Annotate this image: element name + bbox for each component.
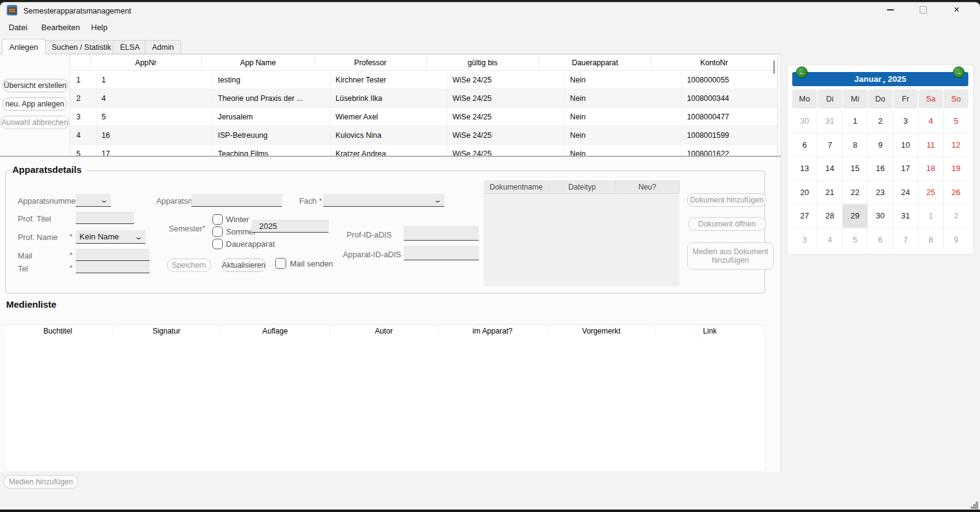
- uebersicht-erstellen-button[interactable]: Übersicht erstellen: [2, 79, 68, 92]
- column-header[interactable]: Signatur: [113, 325, 222, 337]
- tab-anlegen[interactable]: Anlegen: [2, 39, 46, 55]
- year-field[interactable]: 2025: [252, 220, 329, 233]
- column-header[interactable]: Dokumentname: [484, 180, 549, 193]
- column-header[interactable]: im Apparat?: [438, 325, 547, 337]
- calendar-month[interactable]: Januar: [854, 74, 882, 84]
- calendar-day[interactable]: 18: [918, 157, 943, 180]
- prof-name-combobox[interactable]: Kein Name ⌄: [76, 230, 145, 244]
- column-header[interactable]: gültig bis: [427, 55, 539, 70]
- apparatsnummer-combobox[interactable]: ⌄: [76, 194, 111, 207]
- calendar-day[interactable]: 21: [817, 181, 842, 204]
- winter-radio[interactable]: [212, 214, 223, 225]
- calendar-day[interactable]: 1: [843, 110, 867, 133]
- calendar-day[interactable]: 28: [817, 204, 842, 228]
- column-header[interactable]: Dauerapparat: [539, 55, 651, 70]
- horizontal-splitter[interactable]: [0, 156, 781, 158]
- calendar-day[interactable]: 8: [843, 134, 867, 157]
- calendar-day[interactable]: 10: [893, 134, 918, 157]
- calendar-day[interactable]: 1: [918, 204, 943, 228]
- calendar-day[interactable]: 29: [843, 204, 867, 228]
- tab-suchen-statistik[interactable]: Suchen / Statistik: [44, 40, 119, 54]
- mail-senden-radio[interactable]: [275, 258, 286, 269]
- calendar-day[interactable]: 31: [817, 110, 842, 133]
- calendar-day[interactable]: 30: [792, 110, 817, 133]
- calendar-day[interactable]: 9: [868, 134, 893, 157]
- column-header[interactable]: Dateityp: [549, 180, 616, 193]
- dokument-hinzufuegen-button[interactable]: Dokument hinzufügen: [687, 193, 766, 207]
- table-row[interactable]: 35JerusalemWiemer AxelWiSe 24/25Nein1008…: [70, 108, 777, 126]
- resize-grip[interactable]: [970, 501, 971, 502]
- table-row[interactable]: 24Theorie und Praxis der ...Lüsebrink Il…: [70, 89, 777, 108]
- column-header[interactable]: App Name: [202, 55, 315, 70]
- calendar-day[interactable]: 3: [893, 110, 918, 133]
- calendar-day[interactable]: 30: [868, 204, 893, 228]
- calendar-day[interactable]: 9: [944, 228, 968, 252]
- speichern-button[interactable]: Speichern: [167, 258, 211, 272]
- calendar-day[interactable]: 19: [944, 157, 968, 180]
- prev-month-button[interactable]: ←: [796, 66, 808, 78]
- calendar-day[interactable]: 20: [792, 181, 817, 204]
- calendar-day[interactable]: 31: [893, 204, 918, 228]
- prof-id-adis-field[interactable]: [404, 226, 479, 241]
- medien-aus-dokument-button[interactable]: Medien aus Dokument hinzufügen: [687, 242, 774, 270]
- tab-elsa[interactable]: ELSA: [113, 40, 147, 54]
- dauerapparat-radio[interactable]: [212, 239, 223, 249]
- apparat-id-adis-field[interactable]: [404, 246, 479, 260]
- calendar-day[interactable]: 2: [868, 110, 893, 133]
- calendar-day[interactable]: 6: [868, 228, 893, 252]
- calendar-day[interactable]: 8: [918, 228, 943, 252]
- calendar-day[interactable]: 13: [792, 157, 817, 180]
- column-header[interactable]: Buchtitel: [4, 325, 113, 337]
- column-header[interactable]: Auflage: [221, 325, 330, 337]
- menu-item-bearbeiten[interactable]: Bearbeiten: [41, 23, 80, 32]
- next-month-button[interactable]: →: [953, 66, 965, 78]
- table-scrollbar-thumb[interactable]: [773, 60, 775, 74]
- calendar-day[interactable]: 12: [944, 134, 968, 157]
- calendar-day[interactable]: 14: [817, 157, 842, 180]
- menu-item-datei[interactable]: Datei: [9, 23, 27, 32]
- calendar-day[interactable]: 2: [944, 204, 968, 228]
- neu-app-anlegen-button[interactable]: neu. App anlegen: [2, 97, 67, 111]
- mail-field[interactable]: [76, 249, 150, 261]
- fach-combobox[interactable]: ⌄: [323, 194, 444, 207]
- calendar-day[interactable]: 16: [868, 157, 893, 180]
- table-row[interactable]: 11testingKirchner TesterWiSe 24/25Nein10…: [70, 71, 777, 89]
- apparatsname-field[interactable]: [191, 194, 282, 207]
- maximize-button[interactable]: [910, 1, 937, 18]
- calendar-day[interactable]: 25: [918, 181, 943, 204]
- calendar-day[interactable]: 7: [893, 228, 918, 252]
- calendar-day[interactable]: 6: [792, 134, 817, 157]
- table-row[interactable]: 416ISP-BetreuungKulovics NinaWiSe 24/25N…: [70, 126, 777, 145]
- column-header[interactable]: Autor: [330, 325, 439, 337]
- table-row[interactable]: 517Teaching FilmsKratzer AndreaWiSe 24/2…: [70, 145, 777, 156]
- calendar-day[interactable]: 5: [843, 228, 867, 252]
- tel-field[interactable]: [76, 261, 150, 273]
- close-button[interactable]: ×: [943, 1, 970, 18]
- medien-hinzufuegen-button[interactable]: Medien hinzufügen: [4, 475, 78, 489]
- minimize-button[interactable]: [877, 1, 904, 18]
- column-header[interactable]: Vorgemerkt: [547, 325, 656, 337]
- column-header[interactable]: Professor: [315, 55, 427, 70]
- calendar-day[interactable]: 11: [918, 134, 943, 157]
- column-header[interactable]: AppNr: [90, 55, 202, 70]
- column-header[interactable]: Neu?: [616, 180, 680, 193]
- tab-admin[interactable]: Admin: [145, 40, 181, 54]
- calendar-day[interactable]: 4: [817, 228, 842, 252]
- auswahl-abbrechen-button[interactable]: Auswahl abbrechen: [1, 116, 69, 129]
- calendar-day[interactable]: 26: [944, 181, 968, 204]
- calendar-day[interactable]: 17: [893, 157, 918, 180]
- menu-item-help[interactable]: Help: [91, 23, 108, 32]
- calendar-day[interactable]: 4: [918, 110, 943, 133]
- calendar-day[interactable]: 27: [792, 204, 817, 228]
- sommer-radio[interactable]: [212, 226, 223, 237]
- calendar-day[interactable]: 5: [944, 110, 968, 133]
- calendar-day[interactable]: 15: [843, 157, 867, 180]
- column-header[interactable]: KontoNr: [651, 55, 777, 70]
- calendar-day[interactable]: 7: [817, 134, 842, 157]
- prof-titel-field[interactable]: [76, 212, 134, 224]
- aktualisieren-button[interactable]: Aktualisieren: [222, 258, 266, 272]
- dokument-oeffnen-button[interactable]: Dokument öffnen: [688, 217, 766, 231]
- calendar-year[interactable]: 2025: [888, 74, 906, 84]
- calendar-day[interactable]: 22: [843, 181, 867, 204]
- calendar-day[interactable]: 23: [868, 181, 893, 204]
